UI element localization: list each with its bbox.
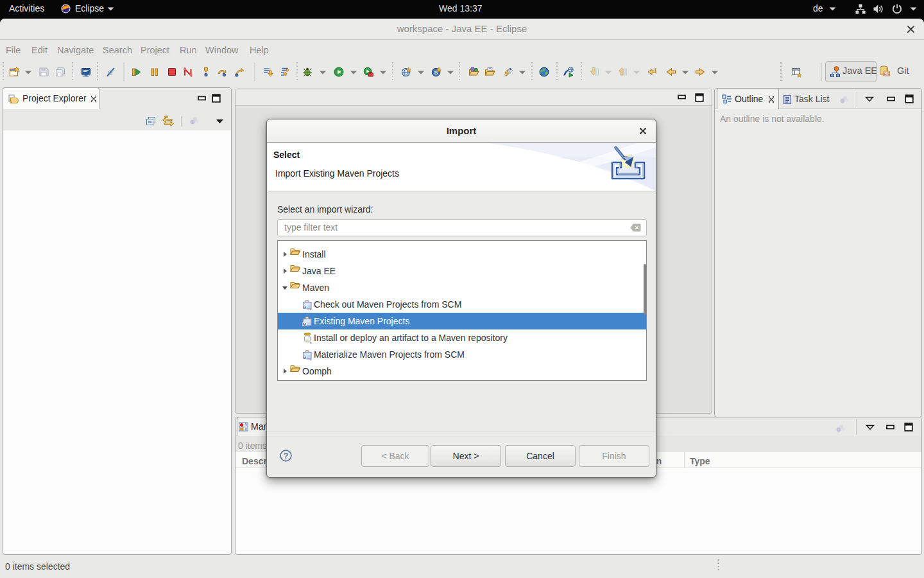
svg-text:GIT: GIT [884, 72, 889, 76]
svg-text:?: ? [284, 451, 289, 460]
